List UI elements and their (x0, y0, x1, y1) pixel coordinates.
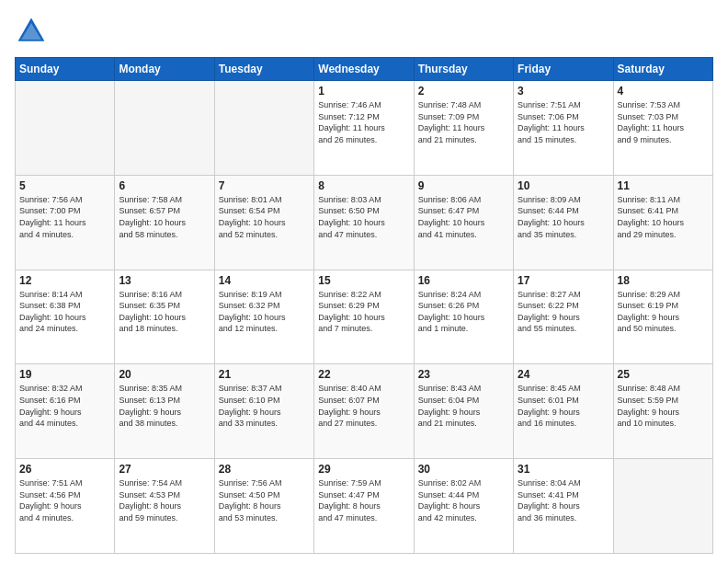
day-number: 6 (119, 179, 210, 192)
calendar-cell: 21Sunrise: 8:37 AM Sunset: 6:10 PM Dayli… (214, 364, 313, 459)
day-number: 18 (618, 274, 709, 287)
calendar-cell: 24Sunrise: 8:45 AM Sunset: 6:01 PM Dayli… (514, 364, 613, 459)
calendar-cell: 20Sunrise: 8:35 AM Sunset: 6:13 PM Dayli… (115, 364, 214, 459)
calendar-cell (214, 81, 313, 176)
calendar-cell: 10Sunrise: 8:09 AM Sunset: 6:44 PM Dayli… (514, 175, 613, 270)
calendar-cell: 15Sunrise: 8:22 AM Sunset: 6:29 PM Dayli… (314, 270, 414, 364)
day-info: Sunrise: 7:56 AM Sunset: 7:00 PM Dayligh… (19, 194, 110, 240)
day-header-thursday: Thursday (414, 58, 513, 81)
day-header-sunday: Sunday (16, 58, 115, 81)
day-info: Sunrise: 7:58 AM Sunset: 6:57 PM Dayligh… (119, 194, 210, 240)
day-number: 26 (19, 463, 110, 476)
day-number: 27 (119, 463, 210, 476)
day-info: Sunrise: 8:03 AM Sunset: 6:50 PM Dayligh… (318, 194, 409, 240)
day-number: 30 (418, 463, 509, 476)
calendar-cell: 3Sunrise: 7:51 AM Sunset: 7:06 PM Daylig… (514, 81, 613, 176)
day-info: Sunrise: 8:48 AM Sunset: 5:59 PM Dayligh… (618, 383, 709, 429)
calendar-cell: 23Sunrise: 8:43 AM Sunset: 6:04 PM Dayli… (414, 364, 513, 459)
calendar-cell: 29Sunrise: 7:59 AM Sunset: 4:47 PM Dayli… (314, 459, 414, 554)
day-number: 23 (418, 368, 509, 381)
calendar: SundayMondayTuesdayWednesdayThursdayFrid… (15, 57, 713, 554)
day-number: 29 (318, 463, 409, 476)
day-info: Sunrise: 8:27 AM Sunset: 6:22 PM Dayligh… (518, 289, 609, 335)
calendar-cell: 2Sunrise: 7:48 AM Sunset: 7:09 PM Daylig… (414, 81, 513, 176)
day-number: 3 (518, 85, 609, 98)
day-info: Sunrise: 7:51 AM Sunset: 4:56 PM Dayligh… (19, 477, 110, 523)
day-number: 20 (119, 368, 210, 381)
calendar-week-1: 1Sunrise: 7:46 AM Sunset: 7:12 PM Daylig… (16, 81, 713, 176)
day-number: 1 (318, 85, 409, 98)
calendar-cell: 6Sunrise: 7:58 AM Sunset: 6:57 PM Daylig… (115, 175, 214, 270)
day-info: Sunrise: 8:01 AM Sunset: 6:54 PM Dayligh… (219, 194, 310, 240)
calendar-cell: 28Sunrise: 7:56 AM Sunset: 4:50 PM Dayli… (214, 459, 313, 554)
calendar-cell: 22Sunrise: 8:40 AM Sunset: 6:07 PM Dayli… (314, 364, 414, 459)
day-info: Sunrise: 7:59 AM Sunset: 4:47 PM Dayligh… (318, 477, 409, 523)
logo (15, 15, 51, 48)
day-info: Sunrise: 8:04 AM Sunset: 4:41 PM Dayligh… (518, 477, 609, 523)
day-header-monday: Monday (115, 58, 214, 81)
day-number: 7 (219, 179, 310, 192)
calendar-cell: 26Sunrise: 7:51 AM Sunset: 4:56 PM Dayli… (16, 459, 115, 554)
day-info: Sunrise: 8:19 AM Sunset: 6:32 PM Dayligh… (219, 289, 310, 335)
day-info: Sunrise: 8:32 AM Sunset: 6:16 PM Dayligh… (19, 383, 110, 429)
calendar-cell: 4Sunrise: 7:53 AM Sunset: 7:03 PM Daylig… (613, 81, 712, 176)
header (15, 15, 713, 48)
day-number: 5 (19, 179, 110, 192)
day-number: 28 (219, 463, 310, 476)
calendar-week-3: 12Sunrise: 8:14 AM Sunset: 6:38 PM Dayli… (16, 270, 713, 364)
calendar-cell: 17Sunrise: 8:27 AM Sunset: 6:22 PM Dayli… (514, 270, 613, 364)
day-number: 17 (518, 274, 609, 287)
day-header-wednesday: Wednesday (314, 58, 414, 81)
day-info: Sunrise: 8:40 AM Sunset: 6:07 PM Dayligh… (318, 383, 409, 429)
day-number: 25 (618, 368, 709, 381)
calendar-cell: 11Sunrise: 8:11 AM Sunset: 6:41 PM Dayli… (613, 175, 712, 270)
day-info: Sunrise: 8:14 AM Sunset: 6:38 PM Dayligh… (19, 289, 110, 335)
day-number: 11 (618, 179, 709, 192)
day-number: 16 (418, 274, 509, 287)
day-number: 22 (318, 368, 409, 381)
day-header-tuesday: Tuesday (214, 58, 313, 81)
calendar-cell: 31Sunrise: 8:04 AM Sunset: 4:41 PM Dayli… (514, 459, 613, 554)
day-number: 19 (19, 368, 110, 381)
day-info: Sunrise: 7:54 AM Sunset: 4:53 PM Dayligh… (119, 477, 210, 523)
day-info: Sunrise: 8:43 AM Sunset: 6:04 PM Dayligh… (418, 383, 509, 429)
calendar-cell (613, 459, 712, 554)
calendar-week-5: 26Sunrise: 7:51 AM Sunset: 4:56 PM Dayli… (16, 459, 713, 554)
calendar-cell: 30Sunrise: 8:02 AM Sunset: 4:44 PM Dayli… (414, 459, 513, 554)
calendar-cell: 8Sunrise: 8:03 AM Sunset: 6:50 PM Daylig… (314, 175, 414, 270)
calendar-cell: 18Sunrise: 8:29 AM Sunset: 6:19 PM Dayli… (613, 270, 712, 364)
day-number: 2 (418, 85, 509, 98)
calendar-cell (16, 81, 115, 176)
day-info: Sunrise: 8:29 AM Sunset: 6:19 PM Dayligh… (618, 289, 709, 335)
day-info: Sunrise: 8:06 AM Sunset: 6:47 PM Dayligh… (418, 194, 509, 240)
day-info: Sunrise: 7:53 AM Sunset: 7:03 PM Dayligh… (618, 99, 709, 145)
calendar-week-4: 19Sunrise: 8:32 AM Sunset: 6:16 PM Dayli… (16, 364, 713, 459)
calendar-cell: 19Sunrise: 8:32 AM Sunset: 6:16 PM Dayli… (16, 364, 115, 459)
day-number: 9 (418, 179, 509, 192)
day-info: Sunrise: 8:11 AM Sunset: 6:41 PM Dayligh… (618, 194, 709, 240)
day-info: Sunrise: 8:09 AM Sunset: 6:44 PM Dayligh… (518, 194, 609, 240)
day-number: 15 (318, 274, 409, 287)
day-number: 10 (518, 179, 609, 192)
day-info: Sunrise: 8:45 AM Sunset: 6:01 PM Dayligh… (518, 383, 609, 429)
day-number: 14 (219, 274, 310, 287)
day-number: 8 (318, 179, 409, 192)
day-number: 4 (618, 85, 709, 98)
day-number: 13 (119, 274, 210, 287)
logo-icon (15, 15, 48, 48)
day-info: Sunrise: 8:35 AM Sunset: 6:13 PM Dayligh… (119, 383, 210, 429)
calendar-cell: 27Sunrise: 7:54 AM Sunset: 4:53 PM Dayli… (115, 459, 214, 554)
calendar-cell: 25Sunrise: 8:48 AM Sunset: 5:59 PM Dayli… (613, 364, 712, 459)
day-number: 24 (518, 368, 609, 381)
calendar-cell: 9Sunrise: 8:06 AM Sunset: 6:47 PM Daylig… (414, 175, 513, 270)
page: SundayMondayTuesdayWednesdayThursdayFrid… (0, 0, 728, 563)
day-info: Sunrise: 8:16 AM Sunset: 6:35 PM Dayligh… (119, 289, 210, 335)
day-number: 31 (518, 463, 609, 476)
calendar-cell: 13Sunrise: 8:16 AM Sunset: 6:35 PM Dayli… (115, 270, 214, 364)
calendar-header-row: SundayMondayTuesdayWednesdayThursdayFrid… (16, 58, 713, 81)
day-number: 12 (19, 274, 110, 287)
calendar-cell: 5Sunrise: 7:56 AM Sunset: 7:00 PM Daylig… (16, 175, 115, 270)
day-number: 21 (219, 368, 310, 381)
calendar-cell: 12Sunrise: 8:14 AM Sunset: 6:38 PM Dayli… (16, 270, 115, 364)
day-header-saturday: Saturday (613, 58, 712, 81)
